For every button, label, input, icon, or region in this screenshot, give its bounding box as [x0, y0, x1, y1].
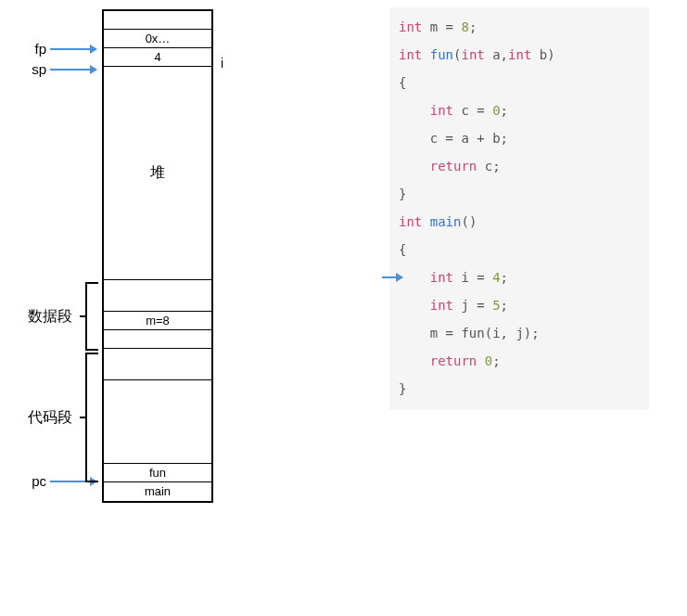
code-line-7: } [399, 180, 640, 208]
current-line-arrow-icon [382, 276, 402, 278]
arrow-icon [50, 48, 96, 50]
code-line-11: int j = 5; [399, 291, 640, 319]
pc-label: pc [19, 473, 46, 489]
fp-label: fp [19, 41, 46, 57]
code-line-4: int c = 0; [399, 96, 640, 124]
stack-cell-blank [104, 11, 211, 30]
code-line-14: } [399, 375, 640, 403]
memory-diagram: 0x… 4 堆 m=8 fun main i fp sp pc 数据段 [102, 9, 213, 503]
code-line-13: return 0; [399, 347, 640, 375]
arrow-icon [50, 69, 96, 71]
var-label-i: i [221, 56, 223, 71]
stack-cell-return-addr: 0x… [104, 30, 211, 48]
memory-column: 0x… 4 堆 m=8 fun main [102, 9, 213, 503]
sp-label: sp [19, 61, 46, 77]
code-seg-spacer [104, 380, 211, 464]
code-line-12: m = fun(i, j); [399, 319, 640, 347]
brace-code-segment [85, 353, 100, 482]
sp-pointer: sp [19, 61, 96, 77]
code-line-3: { [399, 69, 640, 96]
code-line-1: int m = 8; [399, 13, 640, 41]
label-data-segment: 数据段 [28, 307, 72, 327]
stack-cell-i: 4 [104, 48, 211, 67]
data-seg-spacer-top [104, 280, 211, 312]
data-seg-cell-m: m=8 [104, 312, 211, 330]
code-line-8: int main() [399, 208, 640, 236]
code-line-10: int i = 4; [399, 263, 640, 291]
code-snippet: int m = 8; int fun(int a,int b) { int c … [389, 7, 649, 410]
label-code-segment: 代码段 [28, 408, 72, 428]
heap-cell: 堆 [104, 67, 211, 280]
code-seg-cell-fun: fun [104, 464, 211, 482]
code-seg-cell-main: main [104, 482, 211, 501]
code-line-5: c = a + b; [399, 124, 640, 152]
fp-pointer: fp [19, 41, 96, 57]
data-seg-cell-blank [104, 330, 211, 349]
brace-data-segment [85, 282, 100, 351]
code-line-2: int fun(int a,int b) [399, 41, 640, 69]
code-line-6: return c; [399, 152, 640, 180]
code-line-9: { [399, 236, 640, 263]
gap-between-segments [104, 349, 211, 380]
